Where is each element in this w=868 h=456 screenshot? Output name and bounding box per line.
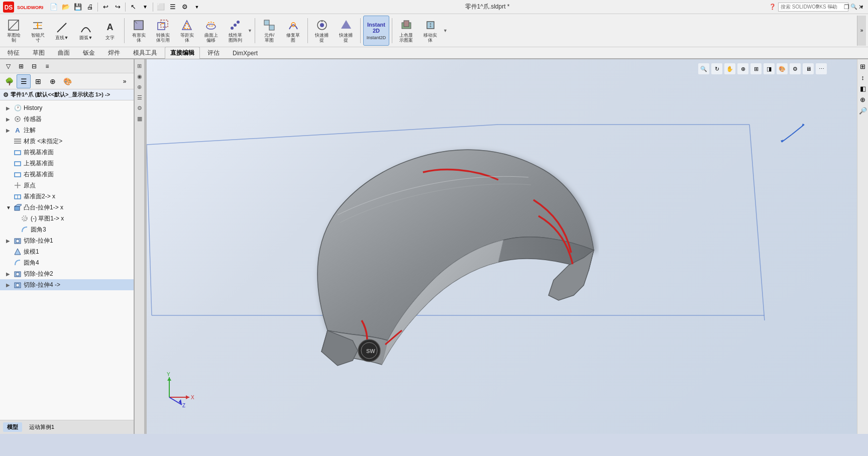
text-tool-btn[interactable]: A 文字 [98, 16, 122, 46]
tab-dimxpert[interactable]: DimXpert [227, 48, 263, 58]
options2-btn[interactable]: ☰ [167, 2, 178, 13]
fi-appearance-btn[interactable]: 🎨 [60, 74, 74, 88]
lsi-btn3[interactable]: ⊕ [135, 82, 144, 91]
undo-btn[interactable]: ↩ [100, 2, 111, 13]
lsi-btn1[interactable]: ⊞ [135, 61, 144, 70]
rmt-btn5[interactable]: 🔎 [858, 105, 868, 116]
fi-target-btn[interactable]: ⊕ [46, 74, 60, 88]
3d-viewport[interactable]: 🔍 ↻ ✋ ⊕ ⊞ ◨ 🎨 ⚙ 🖥 ⋯ [147, 59, 857, 434]
move-entity-btn[interactable]: ↕ 移动实体 [419, 16, 442, 46]
part-root-item[interactable]: ⚙ 零件1^爪 (默认<<默认>_显示状态 1>) -> [0, 89, 134, 100]
move-expand[interactable]: ▼ [443, 28, 448, 33]
instant2d-btn[interactable]: Instant2D Instant2D [363, 16, 389, 46]
tree-item-fillet4[interactable]: ▶ 圆角4 [0, 257, 134, 268]
vt-more-btn[interactable]: ⋯ [816, 63, 827, 74]
toolbar-expand-btn[interactable]: » [857, 16, 866, 46]
lp-collapse-btn[interactable]: ⊟ [28, 61, 40, 72]
lp-filter-btn[interactable]: ▽ [2, 61, 14, 72]
fi-expand-right-btn[interactable]: » [118, 74, 132, 88]
lsi-btn2[interactable]: ◉ [135, 72, 144, 81]
smart-dim-btn[interactable]: ⟷ 智能尺寸 [26, 16, 49, 46]
more-btn[interactable]: ▼ [140, 2, 151, 13]
close-btn[interactable]: ✕ [854, 0, 868, 14]
vt-monitor-btn[interactable]: 🖥 [803, 63, 814, 74]
tree-item-fillet3[interactable]: ▶ 圆角3 [0, 224, 134, 235]
cut-extrude1-expand[interactable]: ▶ [6, 238, 13, 244]
cut-extrude4-expand[interactable]: ▶ [6, 282, 13, 288]
tab-evaluate[interactable]: 评估 [202, 47, 225, 59]
tab-weldment[interactable]: 焊件 [102, 47, 126, 59]
tree-item-history[interactable]: ▶ 🕐 History [0, 102, 134, 113]
tab-surface[interactable]: 曲面 [52, 47, 75, 59]
tree-item-material[interactable]: ▶ 材质 <未指定> [0, 136, 134, 147]
lp-more-btn[interactable]: ≡ [41, 61, 53, 72]
tree-item-right-plane[interactable]: ▶ 右视基准面 [0, 169, 134, 180]
fi-config-btn[interactable]: ⊞ [31, 74, 45, 88]
vt-magnet-btn[interactable]: 🔍 [698, 63, 709, 74]
quick-capture-btn[interactable]: 快速捕捉 [310, 16, 334, 46]
minimize-btn[interactable]: ─ [825, 0, 839, 14]
tree-item-sketch1[interactable]: ▶ ∅ (-) 草图1-> x [0, 213, 134, 224]
line-tool-btn[interactable]: 直线▼ [50, 16, 73, 46]
tree-item-cut-extrude2[interactable]: ▶ 切除-拉伸2 [0, 268, 134, 279]
lsi-btn5[interactable]: ⚙ [135, 103, 144, 112]
fast-sketch-btn[interactable]: 快速捕捉 [335, 16, 358, 46]
solid-entity-btn[interactable]: 有形实体 [127, 16, 150, 46]
print-btn[interactable]: 🖨 [84, 2, 95, 13]
convert-entity-btn[interactable]: 转换实体引用 [151, 16, 174, 46]
open-btn[interactable]: 📂 [60, 2, 71, 13]
vt-zoom-btn[interactable]: ⊕ [737, 63, 748, 74]
pattern-expand[interactable]: ▼ [248, 28, 252, 33]
tree-item-draft1[interactable]: ▶ 拔模1 [0, 246, 134, 257]
tab-sheetmetal[interactable]: 钣金 [77, 47, 100, 59]
help-btn[interactable]: ? [810, 0, 824, 14]
linear-pattern-btn[interactable]: 线性草图阵列 [224, 16, 247, 46]
restore-btn[interactable]: ❐ [839, 0, 853, 14]
shaded-display-btn[interactable]: 上色显示图案 [395, 16, 418, 46]
vt-pan-btn[interactable]: ✋ [724, 63, 735, 74]
tab-sketch[interactable]: 草图 [27, 47, 50, 59]
tab-mold[interactable]: 模具工具 [128, 47, 163, 59]
tree-item-cut-extrude4[interactable]: ▶ 切除-拉伸4 -> [0, 279, 134, 290]
tree-item-sensors[interactable]: ▶ 传感器 [0, 113, 134, 125]
new-btn[interactable]: 📄 [48, 2, 59, 13]
repair-sketch-btn[interactable]: 修复草图 [282, 16, 305, 46]
component-sketch-btn[interactable]: 元件/草图 [258, 16, 281, 46]
model-tab[interactable]: 模型 [3, 422, 22, 432]
fi-feature-btn[interactable]: 🌳 [2, 74, 16, 88]
rmt-btn3[interactable]: ◧ [858, 83, 868, 93]
lsi-btn4[interactable]: ☰ [135, 93, 144, 102]
tree-item-annotations[interactable]: ▶ A 注解 [0, 125, 134, 136]
offset-entity-btn[interactable]: 等距实体 [175, 16, 198, 46]
vt-rotate-btn[interactable]: ↻ [711, 63, 722, 74]
tree-item-boss-extrude1[interactable]: ▼ 凸台-拉伸1-> x [0, 202, 134, 213]
motion-tab[interactable]: 运动算例1 [25, 422, 58, 432]
tree-item-cut-extrude1[interactable]: ▶ 切除-拉伸1 [0, 235, 134, 246]
cut-extrude2-expand[interactable]: ▶ [6, 271, 13, 277]
save-btn[interactable]: 💾 [72, 2, 83, 13]
vt-display-btn[interactable]: ◨ [764, 63, 775, 74]
select-btn[interactable]: ↖ [128, 2, 139, 13]
redo-btn[interactable]: ↪ [112, 2, 123, 13]
options1-btn[interactable]: ⬜ [155, 2, 166, 13]
vt-settings-btn[interactable]: ⚙ [790, 63, 801, 74]
fi-property-btn[interactable]: ☰ [17, 74, 31, 88]
tree-item-origin[interactable]: ▶ 原点 [0, 180, 134, 191]
sketch-tool-btn[interactable]: 草图绘制 [2, 16, 25, 46]
lp-expand-btn[interactable]: ⊞ [15, 61, 27, 72]
arc-tool-btn[interactable]: 圆弧▼ [74, 16, 97, 46]
surface-offset-btn[interactable]: 曲面上偏移 [199, 16, 223, 46]
tree-item-front-plane[interactable]: ▶ 前视基准面 [0, 147, 134, 158]
options3-btn[interactable]: ⚙ [179, 2, 190, 13]
tab-feature[interactable]: 特征 [2, 47, 25, 59]
rmt-btn1[interactable]: ⊞ [858, 61, 868, 71]
rmt-btn4[interactable]: ⊕ [858, 94, 868, 104]
tab-direct-edit[interactable]: 直接编辑 [165, 47, 200, 59]
tree-item-top-plane[interactable]: ▶ 上视基准面 [0, 158, 134, 169]
rmt-btn2[interactable]: ↕ [858, 72, 868, 82]
tree-item-ref-plane2[interactable]: ▶ 基准面2-> x [0, 191, 134, 202]
vt-color-btn[interactable]: 🎨 [777, 63, 788, 74]
options4-btn[interactable]: ▼ [191, 2, 202, 13]
boss-extrude1-expand[interactable]: ▼ [6, 205, 13, 210]
vt-section-btn[interactable]: ⊞ [750, 63, 762, 74]
